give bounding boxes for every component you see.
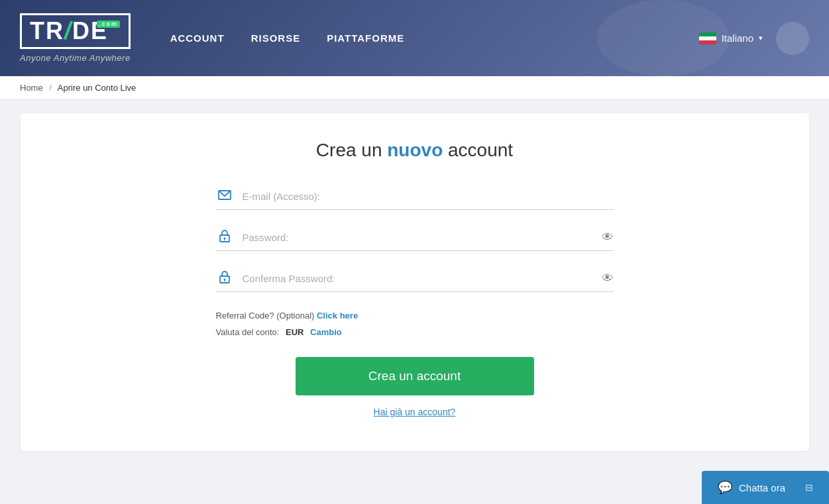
password-lock-icon — [216, 228, 233, 246]
form-card: Crea un nuovo account — [21, 113, 809, 451]
chat-label: Chatta ora — [739, 482, 785, 493]
breadcrumb-home[interactable]: Home — [20, 83, 43, 93]
language-label: Italiano — [722, 32, 753, 44]
chat-icon: 💬 — [718, 480, 732, 495]
main-nav: ACCOUNT RISORSE PIATTAFORME — [170, 32, 699, 44]
email-input[interactable] — [243, 188, 614, 205]
logo-box: TR/DE .com — [20, 13, 131, 49]
email-icon — [216, 187, 233, 205]
logo-tagline: Anyone Anytime Anywhere — [20, 53, 131, 63]
confirm-password-input[interactable] — [243, 270, 602, 287]
confirm-password-lock-icon — [216, 270, 233, 287]
header: TR/DE .com Anyone Anytime Anywhere ACCOU… — [0, 0, 829, 76]
chat-widget[interactable]: 💬 Chatta ora ⊟ — [702, 471, 829, 504]
language-selector[interactable]: Italiano ▾ — [699, 32, 763, 44]
form-title-pre: Crea un — [316, 140, 387, 160]
confirm-lock-svg-icon — [217, 270, 232, 284]
chevron-down-icon: ▾ — [759, 34, 763, 42]
flag-red — [699, 40, 716, 44]
breadcrumb-current: Aprire un Conto Live — [58, 83, 137, 93]
nav-risorse[interactable]: RISORSE — [251, 32, 301, 44]
main-content: Crea un nuovo account — [0, 100, 829, 464]
logo-text: TR/DE .com — [30, 19, 108, 43]
cta-wrapper: Crea un account Hai già un account? — [216, 357, 614, 418]
currency-change-link[interactable]: Cambio — [310, 327, 342, 337]
email-field-wrapper — [216, 187, 614, 210]
referral-label: Referral Code? (Optional) — [216, 311, 315, 321]
flag-white — [699, 36, 716, 40]
nav-piattaforme[interactable]: PIATTAFORME — [327, 32, 404, 44]
chat-minimize-icon[interactable]: ⊟ — [805, 482, 813, 493]
logo-com: .com — [97, 21, 120, 28]
currency-label: Valuta del conto: — [216, 327, 280, 337]
currency-value: EUR — [286, 327, 304, 337]
envelope-svg-icon — [217, 187, 232, 202]
login-link[interactable]: Hai già un account? — [374, 407, 456, 417]
password-field-wrapper: 👁 — [216, 228, 614, 251]
logo-area: TR/DE .com Anyone Anytime Anywhere — [20, 13, 131, 63]
password-toggle-eye-icon[interactable]: 👁 — [602, 230, 614, 244]
svg-point-2 — [223, 238, 225, 240]
create-account-button[interactable]: Crea un account — [296, 357, 534, 395]
breadcrumb-separator: / — [49, 83, 52, 93]
confirm-password-field-wrapper: 👁 — [216, 270, 614, 292]
referral-line: Referral Code? (Optional) Click here — [216, 311, 614, 321]
form-title: Crea un nuovo account — [60, 140, 769, 161]
confirm-password-toggle-eye-icon[interactable]: 👁 — [602, 272, 614, 285]
flag-green — [699, 32, 716, 36]
currency-line: Valuta del conto: EUR Cambio — [216, 327, 614, 337]
lock-svg-icon — [217, 228, 232, 243]
breadcrumb: Home / Aprire un Conto Live — [0, 76, 829, 100]
extra-info: Referral Code? (Optional) Click here Val… — [216, 311, 614, 337]
referral-link[interactable]: Click here — [317, 311, 358, 321]
form-title-highlight: nuovo — [387, 140, 443, 160]
password-input[interactable] — [243, 229, 602, 246]
user-avatar — [776, 22, 809, 55]
svg-point-5 — [223, 279, 225, 281]
login-link-wrapper: Hai già un account? — [216, 406, 614, 418]
form-title-post: account — [443, 140, 513, 160]
nav-account[interactable]: ACCOUNT — [170, 32, 225, 44]
italian-flag-icon — [699, 32, 716, 44]
